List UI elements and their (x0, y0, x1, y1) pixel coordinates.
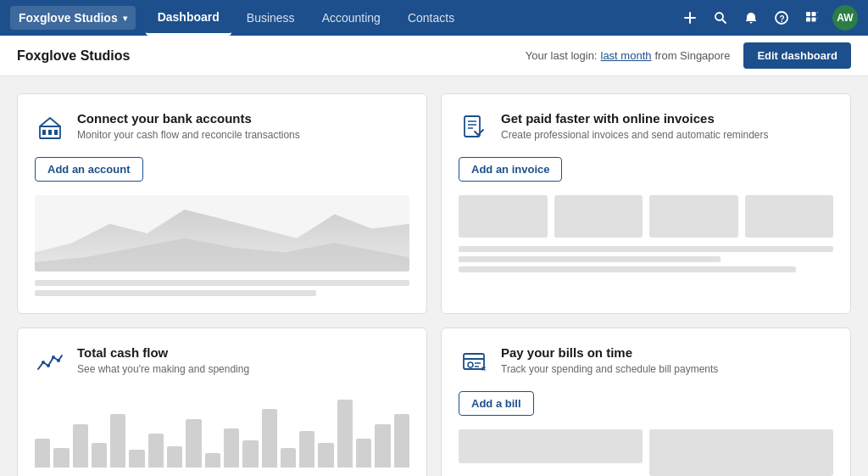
bank-accounts-card: Connect your bank accounts Monitor your … (17, 93, 427, 314)
chart-bar (318, 443, 333, 468)
brand-chevron-icon: ▾ (123, 14, 127, 23)
card-text-invoice: Get paid faster with online invoices Cre… (501, 111, 769, 141)
add-bill-button[interactable]: Add a bill (459, 391, 534, 416)
cashflow-icon (35, 347, 65, 378)
chart-bar (92, 443, 107, 468)
svg-rect-7 (812, 18, 816, 22)
card-header-cashflow: Total cash flow See what you're making a… (35, 345, 409, 378)
user-avatar[interactable]: AW (832, 5, 858, 31)
svg-text:?: ? (780, 14, 785, 24)
cashflow-chart-placeholder (35, 391, 409, 468)
svg-point-28 (468, 362, 473, 367)
chart-bar (73, 424, 88, 468)
edit-dashboard-button[interactable]: Edit dashboard (743, 42, 851, 69)
card-header-invoice: Get paid faster with online invoices Cre… (459, 111, 833, 143)
svg-rect-6 (806, 18, 810, 22)
svg-rect-12 (48, 130, 52, 135)
chart-bar (129, 450, 144, 468)
page-title: Foxglove Studios (17, 48, 130, 64)
invoices-card: Get paid faster with online invoices Cre… (441, 93, 851, 314)
placeholder-row (459, 266, 796, 272)
card-text-bills: Pay your bills on time Track your spendi… (501, 345, 718, 375)
login-text-before: Your last login: (526, 49, 598, 62)
svg-rect-4 (806, 12, 810, 16)
card-subtitle-bills: Track your spending and schedule bill pa… (501, 363, 718, 375)
chart-bar (205, 453, 220, 468)
card-subtitle-bank: Monitor your cash flow and reconcile tra… (77, 129, 300, 141)
card-text-bank: Connect your bank accounts Monitor your … (77, 111, 300, 141)
chart-bar (35, 439, 50, 468)
svg-marker-14 (40, 118, 60, 126)
bills-placeholder (459, 429, 833, 476)
card-title-invoice: Get paid faster with online invoices (501, 111, 769, 126)
main-content: Connect your bank accounts Monitor your … (0, 76, 868, 476)
svg-rect-9 (817, 18, 818, 19)
bell-icon-button[interactable] (737, 4, 765, 31)
card-header-bills: Pay your bills on time Track your spendi… (459, 345, 833, 378)
inv-block (745, 195, 834, 238)
bank-icon (35, 113, 65, 143)
sub-header: Foxglove Studios Your last login: last m… (0, 36, 868, 76)
chart-bar (299, 431, 314, 468)
add-account-button[interactable]: Add an account (35, 157, 143, 182)
svg-point-23 (47, 364, 50, 367)
cashflow-card: Total cash flow See what you're making a… (17, 328, 427, 476)
brand-menu[interactable]: Foxglove Studios ▾ (10, 6, 136, 30)
chart-bar (356, 439, 371, 468)
bill-block (649, 429, 833, 476)
placeholder-row (35, 280, 409, 286)
login-text-after: from Singapore (654, 49, 730, 62)
chart-bar (262, 409, 277, 468)
top-navigation: Foxglove Studios ▾ Dashboard Business Ac… (0, 0, 868, 36)
bank-text-placeholder (35, 280, 409, 296)
chart-bar (224, 428, 239, 468)
login-link[interactable]: last month (601, 49, 652, 62)
svg-point-25 (57, 359, 60, 362)
nav-item-contacts[interactable]: Contacts (396, 0, 466, 36)
login-info: Your last login: last month from Singapo… (526, 49, 731, 62)
invoice-text-placeholder (459, 246, 833, 272)
chart-bar (242, 440, 258, 468)
chart-bar (337, 400, 353, 468)
svg-rect-8 (817, 12, 818, 13)
search-icon-button[interactable] (707, 4, 734, 31)
chart-bar (53, 448, 69, 468)
chart-bar (281, 448, 296, 468)
placeholder-row (459, 246, 833, 252)
add-icon-button[interactable] (676, 4, 704, 31)
card-subtitle-invoice: Create professional invoices and send au… (501, 129, 769, 141)
brand-label: Foxglove Studios (19, 11, 118, 25)
nav-item-business[interactable]: Business (235, 0, 307, 36)
card-header-bank: Connect your bank accounts Monitor your … (35, 111, 409, 143)
card-title-cashflow: Total cash flow (77, 345, 249, 360)
svg-rect-26 (464, 354, 484, 369)
placeholder-row (35, 290, 316, 296)
nav-item-accounting[interactable]: Accounting (310, 0, 392, 36)
chart-bar (167, 446, 182, 468)
grid-icon-button[interactable] (798, 4, 826, 31)
card-title-bank: Connect your bank accounts (77, 111, 300, 126)
nav-right-actions: ? AW (676, 4, 858, 31)
svg-point-22 (42, 361, 45, 364)
svg-rect-11 (42, 130, 46, 135)
chart-bar (375, 424, 390, 468)
bills-card: Pay your bills on time Track your spendi… (441, 328, 851, 476)
chart-bar (394, 414, 409, 468)
invoice-placeholder (459, 195, 833, 238)
inv-block (554, 195, 643, 238)
bill-block (459, 429, 643, 463)
help-icon-button[interactable]: ? (768, 4, 795, 31)
chart-bar (148, 434, 164, 468)
svg-rect-13 (54, 130, 58, 135)
chart-bar (186, 419, 201, 468)
card-title-bills: Pay your bills on time (501, 345, 718, 360)
placeholder-row (459, 256, 721, 262)
add-invoice-button[interactable]: Add an invoice (459, 157, 562, 182)
svg-point-24 (52, 356, 55, 359)
bills-icon (459, 347, 489, 378)
chart-bar (110, 414, 125, 468)
svg-line-1 (722, 20, 726, 23)
bank-chart-placeholder (35, 195, 409, 272)
svg-rect-5 (812, 12, 816, 16)
nav-item-dashboard[interactable]: Dashboard (146, 0, 231, 36)
